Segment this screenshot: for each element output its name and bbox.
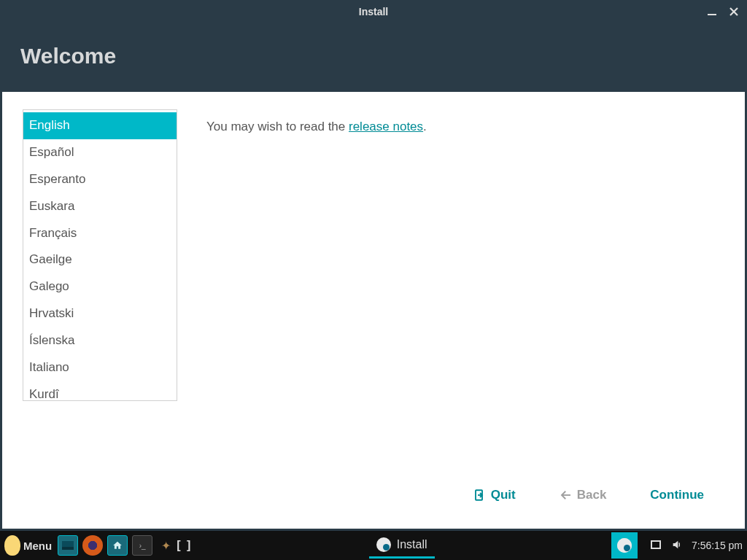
close-button[interactable]: [725, 3, 743, 20]
menu-button[interactable]: Menu: [23, 540, 52, 552]
continue-label: Continue: [650, 488, 704, 502]
language-item[interactable]: Esperanto: [23, 166, 177, 193]
quit-label: Quit: [491, 488, 516, 502]
exit-icon: [473, 489, 487, 502]
release-notes-text: You may wish to read the release notes.: [206, 109, 427, 473]
penguin-icon[interactable]: [4, 535, 20, 556]
installer-window: Install Welcome EnglishEspañolEsperantoE…: [0, 0, 747, 531]
display-icon[interactable]: [651, 539, 664, 552]
language-item[interactable]: Italiano: [23, 354, 177, 381]
svg-rect-7: [62, 547, 74, 550]
content-row: EnglishEspañolEsperantoEuskaraFrançaisGa…: [23, 109, 724, 473]
release-prefix: You may wish to read the: [206, 120, 349, 133]
release-suffix: .: [423, 120, 427, 133]
back-label: Back: [577, 488, 607, 502]
arrow-left-icon: [560, 489, 573, 502]
language-item[interactable]: Galego: [23, 273, 177, 300]
minimize-button[interactable]: [703, 3, 721, 20]
language-item[interactable]: Kurdî: [23, 381, 177, 401]
taskbar-item-highlighted[interactable]: [611, 532, 638, 559]
volume-icon[interactable]: [671, 539, 684, 553]
taskbar: Menu ›_ ✦ [ ] Install 7:56:15 pm: [0, 531, 747, 560]
language-item[interactable]: Euskara: [23, 193, 177, 220]
page-title: Welcome: [0, 23, 747, 92]
content-area: EnglishEspañolEsperantoEuskaraFrançaisGa…: [2, 92, 745, 529]
language-item[interactable]: Hrvatski: [23, 300, 177, 327]
installer-disc-icon: [617, 538, 632, 553]
continue-button[interactable]: Continue: [650, 488, 704, 502]
terminal-icon[interactable]: ›_: [132, 535, 152, 556]
taskbar-item-install[interactable]: Install: [369, 532, 435, 559]
taskbar-item-label: Install: [397, 538, 427, 551]
language-list[interactable]: EnglishEspañolEsperantoEuskaraFrançaisGa…: [23, 109, 177, 401]
language-item[interactable]: Español: [23, 139, 177, 166]
release-notes-link[interactable]: release notes: [349, 120, 423, 133]
workspace-indicator[interactable]: [ ]: [177, 539, 192, 552]
system-tray: 7:56:15 pm: [651, 539, 743, 553]
language-item[interactable]: Íslenska: [23, 327, 177, 354]
titlebar-controls: [703, 0, 743, 23]
back-button: Back: [560, 488, 607, 502]
titlebar[interactable]: Install: [0, 0, 747, 23]
button-row: Quit Back Continue: [23, 473, 724, 514]
misc-icon[interactable]: ✦: [161, 539, 171, 553]
svg-rect-0: [708, 14, 716, 15]
language-item[interactable]: English: [23, 112, 177, 139]
firefox-icon[interactable]: [82, 535, 103, 556]
show-desktop-icon[interactable]: [58, 535, 78, 556]
window-title: Install: [359, 6, 388, 18]
installer-disc-icon: [376, 537, 391, 552]
language-item[interactable]: Français: [23, 220, 177, 247]
clock[interactable]: 7:56:15 pm: [692, 540, 743, 551]
quit-button[interactable]: Quit: [473, 488, 516, 502]
files-icon[interactable]: [107, 535, 128, 556]
language-item[interactable]: Gaeilge: [23, 246, 177, 273]
